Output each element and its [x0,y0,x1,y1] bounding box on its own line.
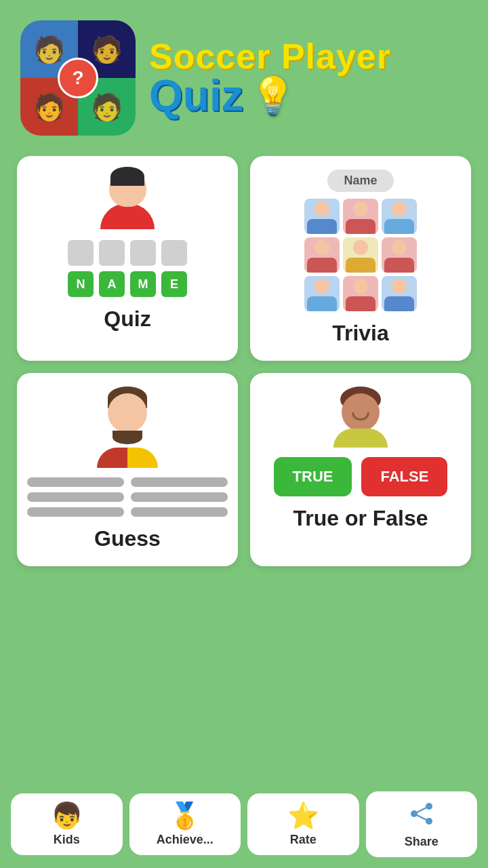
guess-label: Guess [94,526,161,551]
trivia-name-bar: Name [327,170,393,192]
truefalse-label: True or False [293,506,428,531]
quiz-hair [110,167,144,186]
achievements-icon: 🥇 [169,803,201,829]
trivia-player [382,276,417,311]
nav-kids[interactable]: 👦 Kids [11,793,123,855]
app-icon[interactable]: 🧑 🧑 🧑 🧑 ? [20,20,136,136]
main-grid: N A M E Quiz Name [0,149,488,580]
bulb-icon: 💡 [250,75,296,117]
quiz-blank-tiles [68,240,187,266]
nav-rate[interactable]: ⭐ Rate [247,793,359,855]
trivia-player [382,199,417,234]
app-title-line1: Soccer Player [149,39,391,74]
true-button[interactable]: TRUE [274,457,352,496]
trivia-player [343,276,378,311]
header: 🧑 🧑 🧑 🧑 ? Soccer Player Quiz 💡 [0,0,488,149]
truefalse-card[interactable]: TRUE FALSE True or False [250,373,471,566]
quiz-body [100,203,155,229]
guess-card[interactable]: Guess [17,373,238,566]
nav-share[interactable]: Share [366,791,478,857]
share-label: Share [405,835,439,849]
quiz-label: Quiz [104,307,150,332]
app-title-line2: Quiz [149,74,243,117]
guess-lines [27,477,228,517]
trivia-player [304,199,340,234]
trivia-player [304,237,340,273]
share-icon [409,801,434,831]
nav-achievements[interactable]: 🥇 Achieve... [129,793,241,855]
kids-label: Kids [54,833,80,847]
trivia-player-grid [304,199,417,311]
question-mark-icon: ? [58,58,98,98]
tof-person-icon [332,387,390,448]
quiz-card[interactable]: N A M E Quiz [17,156,238,361]
guess-person-icon [97,387,158,468]
quiz-person-icon [97,170,158,231]
trivia-player [304,276,340,311]
trivia-player [343,199,378,234]
tof-buttons: TRUE FALSE [274,457,448,496]
rate-icon: ⭐ [287,803,319,829]
svg-line-3 [414,806,429,814]
kids-icon: 👦 [51,803,83,829]
trivia-card[interactable]: Name [250,156,471,361]
rate-label: Rate [290,833,317,847]
trivia-player [382,237,417,273]
trivia-label: Trivia [332,321,389,346]
false-button[interactable]: FALSE [361,457,447,496]
app-title: Soccer Player Quiz 💡 [149,39,391,117]
achievements-label: Achieve... [157,833,214,847]
svg-line-4 [414,814,429,821]
svg-point-0 [426,803,432,810]
bottom-nav: 👦 Kids 🥇 Achieve... ⭐ Rate Share [0,782,488,868]
quiz-name-tiles: N A M E [68,271,187,297]
trivia-player [343,237,378,273]
